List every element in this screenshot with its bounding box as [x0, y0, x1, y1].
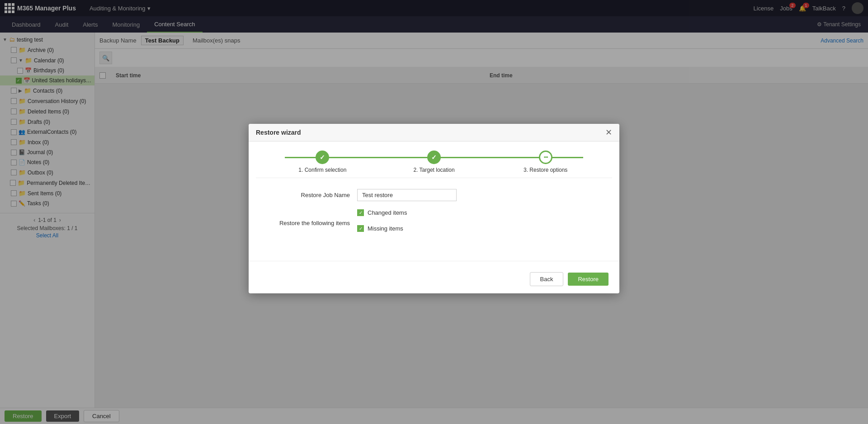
stepper: ✓ 1. Confirm selection ✓ 2. Target locat… — [249, 141, 619, 178]
step-3: ··· 3. Restore options — [490, 151, 601, 173]
job-name-row: Restore Job Name — [267, 189, 601, 201]
changed-items-checkbox[interactable]: ✓ — [357, 209, 364, 216]
step-2-circle: ✓ — [427, 151, 441, 164]
changed-items-label: Changed items — [368, 209, 407, 216]
step-3-label: 3. Restore options — [524, 167, 567, 173]
missing-items-checkbox[interactable]: ✓ — [357, 225, 364, 232]
job-name-label: Restore Job Name — [267, 192, 357, 198]
missing-items-label: Missing items — [368, 225, 403, 232]
step-1: ✓ 1. Confirm selection — [267, 151, 378, 173]
modal-footer: Back Restore — [249, 268, 619, 293]
step-1-label: 1. Confirm selection — [298, 167, 346, 173]
step-2-label: 2. Target location — [413, 167, 454, 173]
step-2: ✓ 2. Target location — [378, 151, 490, 173]
restore-checkboxes: ✓ Changed items ✓ Missing items — [357, 209, 407, 236]
step-3-circle: ··· — [539, 151, 552, 164]
back-button[interactable]: Back — [530, 272, 564, 286]
modal-title: Restore wizard — [256, 129, 301, 136]
modal-body: Restore Job Name Restore the following i… — [249, 178, 619, 252]
modal-restore-button[interactable]: Restore — [568, 273, 609, 286]
restore-items-row: Restore the following items ✓ Changed it… — [267, 209, 601, 236]
restore-wizard-modal: Restore wizard ✕ ✓ 1. Confirm selection … — [249, 124, 619, 293]
changed-items-row: ✓ Changed items — [357, 209, 407, 216]
modal-close-button[interactable]: ✕ — [605, 128, 612, 137]
missing-items-row: ✓ Missing items — [357, 225, 407, 232]
modal-header: Restore wizard ✕ — [249, 124, 619, 141]
job-name-input[interactable] — [357, 189, 457, 201]
modal-footer-divider — [249, 261, 619, 261]
restore-items-label: Restore the following items — [267, 220, 357, 226]
step-1-circle: ✓ — [316, 151, 329, 164]
